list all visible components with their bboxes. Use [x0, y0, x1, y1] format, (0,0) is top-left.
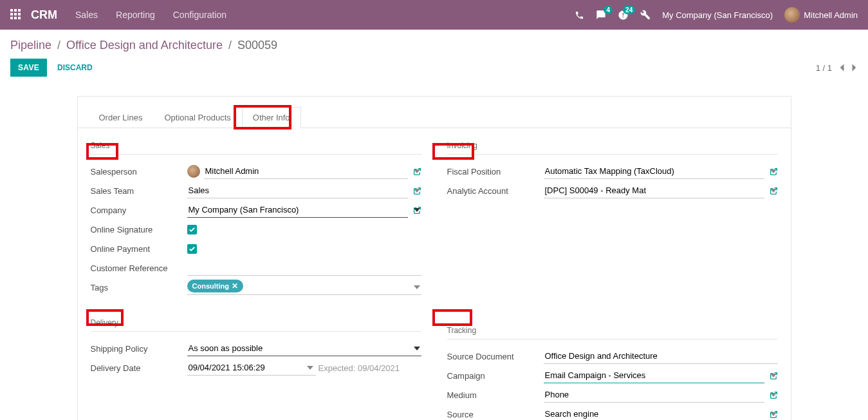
- company-selector[interactable]: My Company (San Francisco): [662, 10, 773, 20]
- label-source-document: Source Document: [447, 352, 544, 361]
- apps-icon[interactable]: [10, 9, 22, 21]
- pager: 1 / 1: [816, 63, 858, 73]
- tag-label: Consulting: [192, 282, 229, 290]
- salesperson-field[interactable]: [204, 164, 408, 179]
- avatar: [784, 7, 800, 23]
- salesperson-avatar: [187, 165, 200, 178]
- activity-badge: 24: [623, 6, 635, 14]
- external-link-icon[interactable]: [413, 167, 421, 176]
- tab-optional-products[interactable]: Optional Products: [153, 107, 241, 128]
- company-field[interactable]: [187, 202, 408, 218]
- expected-date-hint: Expected: 09/04/2021: [319, 363, 400, 373]
- label-campaign: Campaign: [447, 371, 544, 381]
- shipping-policy-field[interactable]: [187, 341, 421, 356]
- pager-text: 1 / 1: [816, 63, 832, 73]
- section-sales-title: Sales: [91, 141, 421, 155]
- tag-chip[interactable]: Consulting ✕: [187, 280, 243, 292]
- menu-configuration[interactable]: Configuration: [173, 10, 226, 20]
- activity-icon[interactable]: 24: [618, 10, 629, 21]
- tab-order-lines[interactable]: Order Lines: [88, 107, 154, 128]
- label-sales-team: Sales Team: [91, 186, 187, 196]
- label-online-payment: Online Payment: [91, 244, 187, 254]
- breadcrumb: Pipeline / Office Design and Architectur…: [10, 39, 858, 52]
- form-sheet: Order Lines Optional Products Other Info…: [77, 96, 791, 420]
- chat-badge: 4: [604, 6, 613, 14]
- external-link-icon[interactable]: [413, 187, 421, 195]
- external-link-icon[interactable]: [770, 187, 778, 195]
- delivery-date-field[interactable]: [187, 360, 316, 376]
- menu-reporting[interactable]: Reporting: [116, 10, 155, 20]
- campaign-field[interactable]: [544, 368, 764, 383]
- source-field[interactable]: [544, 406, 764, 420]
- label-analytic-account: Analytic Account: [447, 186, 544, 196]
- menu-sales[interactable]: Sales: [75, 10, 98, 20]
- external-link-icon[interactable]: [770, 391, 778, 399]
- online-payment-checkbox[interactable]: [187, 244, 197, 254]
- save-button[interactable]: SAVE: [10, 59, 47, 77]
- analytic-account-field[interactable]: [544, 183, 764, 198]
- medium-field[interactable]: [544, 387, 764, 403]
- control-panel: Pipeline / Office Design and Architectur…: [0, 30, 868, 83]
- source-document-field[interactable]: [544, 348, 778, 364]
- breadcrumb-current: S00059: [237, 39, 277, 52]
- tag-remove-icon[interactable]: ✕: [232, 282, 238, 291]
- label-online-signature: Online Signature: [91, 225, 187, 234]
- section-tracking-title: Tracking: [447, 326, 778, 339]
- breadcrumb-pipeline[interactable]: Pipeline: [10, 39, 51, 52]
- label-company: Company: [91, 205, 187, 215]
- phone-icon[interactable]: [575, 10, 584, 20]
- label-fiscal-position: Fiscal Position: [447, 167, 544, 177]
- fiscal-position-field[interactable]: [544, 164, 764, 179]
- topbar: CRM Sales Reporting Configuration 4 24 M…: [0, 0, 868, 30]
- customer-reference-field[interactable]: [187, 260, 421, 276]
- tab-other-info[interactable]: Other Info: [242, 107, 301, 128]
- label-shipping-policy: Shipping Policy: [91, 344, 187, 354]
- pager-prev-icon[interactable]: [838, 63, 845, 72]
- chevron-down-icon: [414, 285, 420, 289]
- label-delivery-date: Delivery Date: [91, 363, 187, 373]
- section-invoicing-title: Invoicing: [447, 141, 778, 155]
- external-link-icon[interactable]: [770, 167, 778, 176]
- breadcrumb-opportunity[interactable]: Office Design and Architecture: [66, 39, 223, 52]
- notebook-tabs: Order Lines Optional Products Other Info: [78, 97, 791, 128]
- external-link-icon[interactable]: [413, 206, 421, 215]
- app-brand[interactable]: CRM: [31, 8, 57, 22]
- label-customer-reference: Customer Reference: [91, 263, 187, 273]
- section-delivery-title: Delivery: [91, 318, 421, 332]
- user-menu[interactable]: Mitchell Admin: [784, 7, 858, 23]
- external-link-icon[interactable]: [770, 372, 778, 380]
- label-source: Source: [447, 410, 544, 419]
- external-link-icon[interactable]: [770, 410, 778, 419]
- label-medium: Medium: [447, 390, 544, 400]
- user-name: Mitchell Admin: [804, 10, 858, 20]
- online-signature-checkbox[interactable]: [187, 225, 197, 234]
- chat-icon[interactable]: 4: [596, 10, 606, 20]
- pager-next-icon[interactable]: [851, 63, 858, 72]
- discard-button[interactable]: DISCARD: [50, 59, 100, 77]
- sales-team-field[interactable]: [187, 183, 408, 198]
- label-tags: Tags: [91, 283, 187, 292]
- debug-icon[interactable]: [640, 10, 651, 20]
- label-salesperson: Salesperson: [91, 167, 187, 177]
